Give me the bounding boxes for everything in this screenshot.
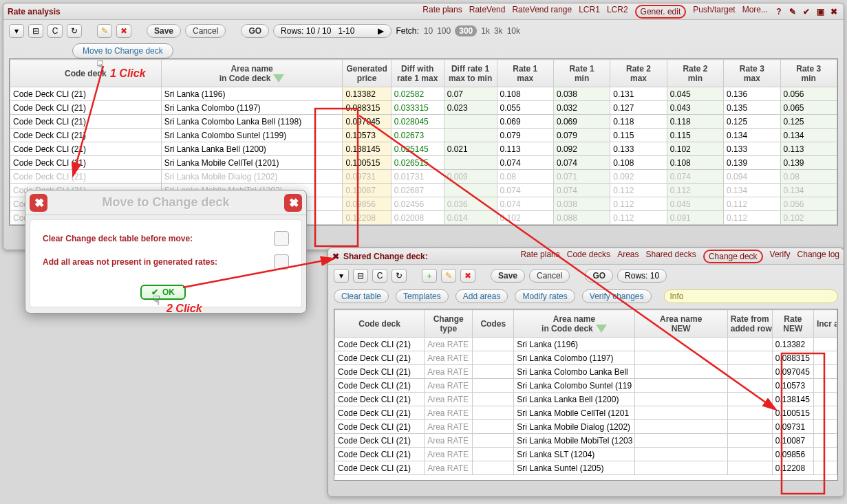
- table-row[interactable]: Code Deck CLI (21)Sri Lanka Colombo Lank…: [10, 115, 837, 129]
- maximize-icon[interactable]: ▣: [815, 6, 826, 17]
- window-controls: ? ✎ ✔ ▣ ✖: [773, 6, 839, 17]
- refresh-back-icon[interactable]: C: [372, 269, 387, 283]
- column-header[interactable]: Area namein Code deck: [514, 310, 634, 338]
- nav-link[interactable]: Areas: [617, 250, 639, 263]
- table-row[interactable]: Code Deck CLI (21)Sri Lanka (1196)0.1338…: [10, 87, 837, 101]
- edit-icon[interactable]: ✎: [787, 6, 798, 17]
- column-header[interactable]: Area nameNEW: [634, 310, 727, 338]
- fetch-option[interactable]: 10k: [507, 26, 520, 36]
- column-header[interactable]: Diff rate 1max to min: [444, 60, 497, 87]
- add-icon[interactable]: ＋: [422, 269, 437, 283]
- modal-close-left-icon[interactable]: ✖: [30, 194, 47, 212]
- pencil-icon[interactable]: ✎: [97, 24, 112, 38]
- nav-link[interactable]: RateVend: [469, 5, 506, 19]
- refresh-fwd-icon[interactable]: ↻: [67, 24, 82, 38]
- nav-link[interactable]: Shared decks: [645, 250, 696, 263]
- table-row[interactable]: Code Deck CLI (21)Area RATESri Lanka SLT…: [335, 448, 837, 461]
- verify-changes-button[interactable]: Verify changes: [582, 289, 652, 303]
- table-row[interactable]: Code Deck CLI (21)Sri Lanka Mobile Dialo…: [10, 170, 837, 184]
- nav-link[interactable]: Gener. edit: [635, 5, 687, 19]
- modal-close-right-icon[interactable]: ✖: [284, 194, 302, 212]
- close-icon[interactable]: ✖: [828, 6, 839, 17]
- fetch-option[interactable]: 1k: [481, 26, 490, 36]
- table-row[interactable]: Code Deck CLI (21)Sri Lanka Mobile CellT…: [10, 156, 837, 170]
- cancel-button[interactable]: Cancel: [185, 24, 226, 38]
- table-row[interactable]: Code Deck CLI (21)Area RATESri Lanka Mob…: [335, 420, 837, 434]
- column-header[interactable]: Rate 1min: [553, 60, 610, 87]
- templates-button[interactable]: Templates: [396, 289, 449, 303]
- table-row[interactable]: Code Deck CLI (21)Area RATESri Lanka Col…: [335, 379, 837, 393]
- modify-rates-button[interactable]: Modify rates: [515, 289, 575, 303]
- column-header[interactable]: Changetype: [425, 310, 473, 338]
- nav-link[interactable]: LCR2: [607, 5, 628, 19]
- fetch-option[interactable]: 3k: [494, 26, 503, 36]
- column-header[interactable]: Incr ad: [813, 310, 837, 338]
- collapse-icon[interactable]: ⊟: [28, 24, 43, 38]
- fetch-option[interactable]: 100: [437, 26, 451, 36]
- nav-link[interactable]: Rate plans: [422, 5, 462, 19]
- add-areas-button[interactable]: Add areas: [455, 289, 508, 303]
- top-title-bar: Rate analysis Rate plansRateVendRateVend…: [3, 3, 844, 20]
- delete-icon[interactable]: ✖: [116, 24, 131, 38]
- table-row[interactable]: Code Deck CLI (21)Area RATESri Lanka Col…: [335, 365, 837, 379]
- table-row[interactable]: Code Deck CLI (21)Area RATESri Lanka Sun…: [335, 461, 837, 475]
- bottom-sub-toolbar: Clear table Templates Add areas Modify r…: [328, 287, 844, 306]
- table-row[interactable]: Code Deck CLI (21)Area RATESri Lanka Col…: [335, 351, 837, 365]
- filter-icon[interactable]: ▾: [9, 24, 24, 38]
- table-row[interactable]: Code Deck CLI (21)Area RATESri Lanka (11…: [335, 338, 837, 351]
- fetch-option[interactable]: 10: [424, 26, 433, 36]
- rows-play-icon[interactable]: ▶: [378, 26, 384, 36]
- table-row[interactable]: Code Deck CLI (21)Area RATESri Lanka Mob…: [335, 434, 837, 448]
- go-button[interactable]: GO: [241, 24, 269, 38]
- close-icon[interactable]: ✖: [332, 252, 339, 261]
- filter-icon[interactable]: ▾: [334, 269, 349, 283]
- column-header[interactable]: Rate 3max: [724, 60, 780, 87]
- column-header[interactable]: Diff withrate 1 max: [391, 60, 444, 87]
- nav-link[interactable]: Code decks: [567, 250, 610, 263]
- save-button[interactable]: Save: [491, 269, 525, 283]
- check-icon[interactable]: ✔: [801, 6, 812, 17]
- top-toolbar: ▾ ⊟ C ↻ ✎ ✖ Save Cancel GO Rows: 10 / 10…: [3, 20, 844, 42]
- column-header[interactable]: Rate 2max: [610, 60, 667, 87]
- nav-link[interactable]: Verify: [770, 250, 791, 263]
- column-header[interactable]: RateNEW: [772, 310, 813, 338]
- nav-link[interactable]: RateVend range: [512, 5, 572, 19]
- table-row[interactable]: Code Deck CLI (21)Area RATESri Lanka Mob…: [335, 406, 837, 420]
- column-header[interactable]: Rate 2min: [667, 60, 723, 87]
- nav-link[interactable]: Rate plans: [520, 250, 559, 263]
- rows-indicator[interactable]: Rows: 10 / 10 1-10 ▶: [273, 24, 392, 38]
- bottom-nav-links: Rate plansCode decksAreasShared decksCha…: [520, 250, 839, 263]
- column-header[interactable]: Rate 3min: [780, 60, 837, 87]
- save-button[interactable]: Save: [147, 24, 181, 38]
- table-row[interactable]: Code Deck CLI (21)Sri Lanka Colombo Sunt…: [10, 129, 837, 142]
- delete-icon[interactable]: ✖: [460, 269, 475, 283]
- move-to-change-deck-button[interactable]: Move to Change deck: [72, 43, 173, 58]
- nav-link[interactable]: Change deck: [703, 250, 763, 263]
- pencil-icon[interactable]: ✎: [441, 269, 456, 283]
- column-header[interactable]: Codes: [473, 310, 514, 338]
- nav-link[interactable]: Push/target: [693, 5, 735, 19]
- change-deck-table-wrap: Code deckChangetypeCodesArea namein Code…: [334, 309, 838, 481]
- column-header[interactable]: Generatedprice: [343, 60, 391, 87]
- table-row[interactable]: Code Deck CLI (21)Sri Lanka Lanka Bell (…: [10, 142, 837, 156]
- nav-link[interactable]: Change log: [797, 250, 839, 263]
- modal-ok-button[interactable]: ✔ OK: [140, 285, 186, 300]
- column-header[interactable]: Area namein Code deck: [161, 60, 343, 87]
- refresh-fwd-icon[interactable]: ↻: [392, 269, 407, 283]
- column-header[interactable]: Rate fromadded row: [727, 310, 772, 338]
- collapse-icon[interactable]: ⊟: [353, 269, 368, 283]
- go-button[interactable]: GO: [585, 269, 613, 283]
- nav-link[interactable]: LCR1: [579, 5, 600, 19]
- column-header[interactable]: Rate 1max: [497, 60, 553, 87]
- help-icon[interactable]: ?: [773, 6, 784, 17]
- refresh-back-icon[interactable]: C: [47, 24, 63, 38]
- modal-option-clear-checkbox[interactable]: [274, 231, 289, 246]
- nav-link[interactable]: More...: [742, 5, 768, 19]
- fetch-option[interactable]: 300: [455, 25, 477, 36]
- table-row[interactable]: Code Deck CLI (21)Sri Lanka Colombo (119…: [10, 101, 837, 115]
- clear-table-button[interactable]: Clear table: [334, 289, 389, 303]
- modal-option-addall-checkbox[interactable]: [274, 254, 289, 270]
- table-row[interactable]: Code Deck CLI (21)Area RATESri Lanka Lan…: [335, 393, 837, 406]
- column-header[interactable]: Code deck: [335, 310, 425, 338]
- cancel-button[interactable]: Cancel: [529, 269, 570, 283]
